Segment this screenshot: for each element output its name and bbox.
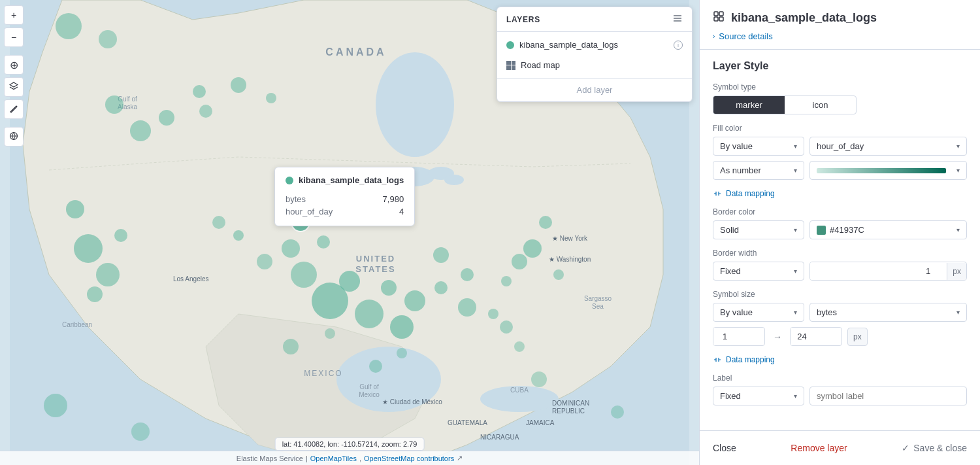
label-row: Fixed ▾ bbox=[713, 387, 967, 405]
border-type-caret: ▾ bbox=[794, 226, 797, 233]
map-toolbar: + − ⊕ bbox=[0, 0, 27, 465]
fill-as-number-select[interactable]: As number ▾ bbox=[713, 161, 804, 180]
label-type-caret: ▾ bbox=[794, 392, 797, 400]
symbol-type-label: Symbol type bbox=[713, 82, 967, 92]
attribution-osm2-link[interactable]: OpenStreetMap contributors bbox=[364, 455, 454, 462]
symbol-size-field-select[interactable]: bytes ▾ bbox=[809, 303, 967, 322]
symbol-size-range-row: 1 → 24 px bbox=[713, 327, 967, 346]
canada-label: CANADA bbox=[325, 46, 386, 58]
svg-point-71 bbox=[500, 320, 513, 334]
svg-point-62 bbox=[433, 247, 449, 263]
border-width-type-select[interactable]: Fixed ▾ bbox=[713, 262, 804, 281]
layer-name-kibana: kibana_sample_data_logs bbox=[519, 40, 668, 50]
svg-rect-79 bbox=[719, 12, 723, 16]
svg-point-47 bbox=[231, 77, 246, 93]
svg-point-56 bbox=[553, 269, 564, 280]
size-data-mapping-link[interactable]: Data mapping bbox=[713, 355, 967, 364]
save-close-label: Save & close bbox=[913, 443, 967, 453]
svg-point-63 bbox=[461, 268, 474, 281]
layers-reorder-button[interactable] bbox=[672, 14, 683, 25]
svg-point-39 bbox=[114, 229, 127, 242]
layer-info-icon[interactable]: i bbox=[674, 41, 683, 50]
symbol-size-max-input-wrapper: 24 bbox=[790, 327, 842, 346]
panel-footer: Close Remove layer ✓ Save & close bbox=[700, 430, 980, 465]
fill-field-select[interactable]: hour_of_day ▾ bbox=[809, 137, 967, 156]
svg-point-61 bbox=[212, 216, 225, 229]
grid-icon bbox=[506, 61, 515, 70]
svg-text:Los Angeles: Los Angeles bbox=[173, 275, 209, 283]
add-layer-button[interactable]: Add layer bbox=[497, 78, 692, 101]
svg-text:★ New York: ★ New York bbox=[552, 235, 588, 242]
svg-point-32 bbox=[458, 298, 476, 317]
svg-text:★ Ciudad de México: ★ Ciudad de México bbox=[382, 398, 442, 405]
border-width-input-wrapper: 1 px bbox=[809, 262, 967, 281]
svg-text:UNITED: UNITED bbox=[356, 254, 395, 264]
svg-text:CUBA: CUBA bbox=[510, 387, 529, 394]
fill-gradient-select[interactable]: ▾ bbox=[809, 161, 967, 180]
layer-style-title: Layer Style bbox=[713, 60, 967, 72]
border-color-select[interactable]: #41937C ▾ bbox=[809, 220, 967, 239]
save-close-button[interactable]: ✓ Save & close bbox=[902, 443, 967, 453]
border-color-caret: ▾ bbox=[956, 226, 960, 233]
svg-point-35 bbox=[434, 281, 448, 294]
map-area[interactable]: CANADA UNITED STATES MEXICO CUBA Gulf of… bbox=[0, 0, 699, 465]
draw-button[interactable] bbox=[4, 99, 24, 119]
layer-item-roadmap[interactable]: Road map bbox=[497, 55, 692, 75]
label-type-select[interactable]: Fixed ▾ bbox=[713, 387, 804, 405]
svg-point-40 bbox=[87, 286, 103, 302]
svg-point-52 bbox=[523, 239, 542, 258]
svg-point-5 bbox=[376, 52, 454, 157]
symbol-size-field-label: bytes bbox=[817, 307, 837, 317]
tooltip-dot bbox=[286, 177, 293, 184]
layer-item-kibana[interactable]: kibana_sample_data_logs i bbox=[497, 35, 692, 55]
svg-point-54 bbox=[512, 254, 527, 269]
fill-color-row1: By value ▾ hour_of_day ▾ bbox=[713, 137, 967, 156]
layers-button[interactable] bbox=[4, 77, 24, 97]
source-details-label: Source details bbox=[719, 31, 772, 41]
border-type-select[interactable]: Solid ▾ bbox=[713, 220, 804, 239]
attribution-elastic: Elastic Maps Service bbox=[237, 455, 303, 462]
symbol-size-type-select[interactable]: By value ▾ bbox=[713, 303, 804, 322]
attribution-osm-link[interactable]: OpenMapTiles bbox=[310, 455, 357, 462]
symbol-type-field: Symbol type marker icon bbox=[713, 82, 967, 114]
source-details-row[interactable]: › Source details bbox=[713, 31, 967, 49]
label-field: Label Fixed ▾ bbox=[713, 373, 967, 405]
remove-layer-button[interactable]: Remove layer bbox=[791, 443, 847, 453]
globe-button[interactable] bbox=[4, 127, 24, 146]
svg-text:★ Washington: ★ Washington bbox=[549, 256, 591, 263]
compass-button[interactable]: ⊕ bbox=[4, 55, 24, 75]
border-width-suffix: px bbox=[947, 263, 966, 280]
svg-point-70 bbox=[611, 405, 624, 419]
fill-color-label: Fill color bbox=[713, 124, 967, 133]
plus-icon: + bbox=[11, 10, 16, 20]
fill-as-number-caret: ▾ bbox=[794, 167, 797, 174]
svg-point-48 bbox=[266, 93, 276, 103]
close-button[interactable]: Close bbox=[713, 439, 736, 457]
symbol-size-min-input-wrapper: 1 bbox=[713, 327, 765, 346]
marker-toggle-btn[interactable]: marker bbox=[713, 96, 785, 114]
chevron-right-icon: › bbox=[713, 33, 715, 40]
symbol-size-field: Symbol size By value ▾ bytes ▾ 1 → 24 bbox=[713, 290, 967, 346]
svg-point-36 bbox=[74, 234, 103, 263]
svg-text:Sargasso: Sargasso bbox=[584, 295, 612, 302]
symbol-size-max-input[interactable]: 24 bbox=[791, 328, 823, 345]
icon-toggle-btn[interactable]: icon bbox=[785, 96, 856, 114]
svg-point-42 bbox=[159, 110, 174, 126]
border-width-row: Fixed ▾ 1 px bbox=[713, 262, 967, 281]
fill-data-mapping-link[interactable]: Data mapping bbox=[713, 189, 967, 198]
zoom-out-button[interactable]: − bbox=[4, 27, 24, 47]
symbol-size-min-input[interactable]: 1 bbox=[713, 328, 746, 345]
fill-by-value-select[interactable]: By value ▾ bbox=[713, 137, 804, 156]
map-tooltip: kibana_sample_data_logs bytes 7,980 hour… bbox=[274, 167, 415, 226]
minus-icon: − bbox=[11, 32, 16, 43]
svg-point-37 bbox=[96, 263, 120, 286]
label-text-input[interactable] bbox=[809, 387, 967, 405]
border-color-value: #41937C bbox=[830, 225, 951, 235]
attribution-separator: | bbox=[306, 455, 308, 462]
svg-point-57 bbox=[282, 239, 300, 258]
zoom-in-button[interactable]: + bbox=[4, 5, 24, 25]
border-width-input[interactable]: 1 bbox=[810, 262, 947, 280]
svg-text:Caribbean: Caribbean bbox=[62, 321, 92, 328]
right-panel: kibana_sample_data_logs › Source details… bbox=[699, 0, 980, 465]
layer-style-icon bbox=[713, 10, 725, 25]
